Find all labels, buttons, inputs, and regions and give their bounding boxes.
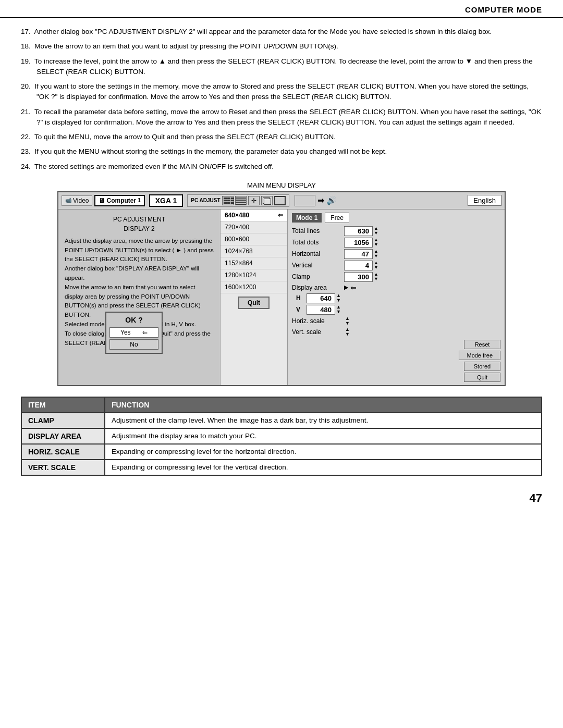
res-1024x768[interactable]: 1024×768 (221, 245, 287, 257)
res-640x480[interactable]: 640×480 ⇐ (221, 209, 287, 221)
instruction-22: 22. To quit the MENU, move the arrow to … (21, 132, 542, 142)
horizontal-row: Horizontal 47 ▲▼ (292, 249, 500, 259)
total-lines-label: Total lines (292, 227, 344, 235)
instruction-24: 24. The stored settings are memorized ev… (21, 162, 542, 172)
pc-adjustment-label: PC ADJUSTMENT DISPLAY 2 (65, 215, 214, 233)
clamp-function: Adjustment of the clamp level. When the … (105, 413, 542, 428)
instruction-18-num: 18. (21, 42, 31, 50)
table-header-item: ITEM (21, 397, 105, 413)
instruction-19-body: To increase the level, point the arrow t… (34, 57, 533, 76)
computer-num: 1 (138, 198, 141, 203)
res-800x600-label: 800×600 (225, 236, 249, 243)
arrow-icon: ➡ (317, 195, 324, 205)
english-button[interactable]: English (468, 195, 501, 206)
action-buttons: Reset Mode free Stored Quit (292, 340, 500, 382)
video-icon: 📹 (65, 198, 71, 203)
table-row-vert-scale: VERT. SCALE Expanding or compressing lev… (21, 460, 542, 475)
clamp-item: CLAMP (21, 413, 105, 428)
res-1600x1200[interactable]: 1600×1200 (221, 281, 287, 293)
horiz-scale-row: Horiz. scale ▲▼ (292, 316, 500, 326)
h-label: H (296, 294, 307, 302)
v-value: 480 (307, 305, 335, 315)
yes-arrow-icon: ⇐ (142, 329, 148, 336)
table-row-horiz-scale: HORIZ. SCALE Expanding or compressing le… (21, 444, 542, 460)
pc-adjust-section: PC ADJUST ✛ (187, 194, 289, 207)
screen-container: 📹 Video 🖥 Computer 1 XGA 1 PC ADJUST (57, 191, 506, 386)
stored-button[interactable]: Stored (464, 362, 500, 371)
mode-free-button[interactable]: Mode free (459, 351, 500, 360)
section-header: COMPUTER MODE (0, 0, 563, 18)
instruction-22-num: 22. (21, 133, 31, 141)
res-1280x1024[interactable]: 1280×1024 (221, 269, 287, 281)
instruction-20: 20. If you want to store the settings in… (21, 81, 542, 103)
total-dots-value: 1056 (344, 238, 373, 248)
horiz-scale-function: Expanding or compressing level for the h… (105, 444, 542, 460)
rect-icon (274, 196, 286, 205)
main-menu-display-label: MAIN MENU DISPLAY (21, 181, 542, 189)
instruction-24-body: The stored settings are memorized even i… (34, 163, 274, 170)
display-area-label: Display area (292, 284, 344, 291)
v-arrows[interactable]: ▲▼ (336, 305, 341, 314)
quit-right-button[interactable]: Quit (464, 373, 500, 382)
computer-label: Computer (106, 197, 136, 204)
instruction-23-num: 23. (21, 147, 31, 155)
horiz-scale-arrows[interactable]: ▲▼ (345, 316, 350, 326)
instruction-24-num: 24. (21, 163, 31, 170)
mode-label: Mode 1 (292, 213, 322, 223)
instructions-list: 17. Another dialog box "PC ADJUSTMENT DI… (21, 27, 542, 172)
instruction-18-body: Move the arrow to an item that you want … (34, 42, 338, 50)
vert-scale-arrows[interactable]: ▲▼ (345, 327, 350, 337)
instruction-17-text: 17. (21, 28, 31, 35)
res-640x480-label: 640×480 (225, 212, 249, 219)
horiz-scale-label: Horiz. scale (292, 317, 344, 325)
yes-button[interactable]: Yes ⇐ (109, 327, 158, 338)
vertical-label: Vertical (292, 262, 344, 269)
res-640x480-arrow: ⇐ (278, 212, 283, 219)
monitor-icon: 🖥 (99, 197, 105, 204)
no-button[interactable]: No (109, 339, 158, 350)
clamp-value: 300 (344, 272, 373, 282)
h-value: 640 (307, 293, 335, 303)
quit-button[interactable]: Quit (238, 297, 270, 309)
quit-btn-area: Quit (221, 293, 287, 312)
vert-scale-item: VERT. SCALE (21, 460, 105, 475)
horizontal-arrows[interactable]: ▲▼ (374, 249, 378, 258)
ok-dialog: OK ? Yes ⇐ No (105, 312, 163, 354)
res-1600x1200-label: 1600×1200 (225, 283, 256, 291)
instruction-21-num: 21. (21, 108, 31, 116)
h-arrows[interactable]: ▲▼ (336, 293, 341, 303)
instruction-19-num: 19. (21, 57, 31, 65)
instruction-17-body: Another dialog box "PC ADJUSTMENT DISPLA… (34, 28, 492, 35)
instruction-23: 23. If you quit the MENU without storing… (21, 146, 542, 157)
main-content: 17. Another dialog box "PC ADJUSTMENT DI… (0, 18, 563, 386)
table-header-function: FUNCTION (105, 397, 542, 413)
instruction-22-body: To quit the MENU, move the arrow to Quit… (34, 133, 336, 141)
video-label: Video (73, 197, 89, 204)
clamp-arrows[interactable]: ▲▼ (374, 272, 378, 281)
vert-scale-row: Vert. scale ▲▼ (292, 327, 500, 337)
clamp-label: Clamp (292, 273, 344, 280)
h-row: H 640 ▲▼ (292, 293, 500, 303)
total-dots-arrows[interactable]: ▲▼ (374, 238, 378, 247)
right-panel: Mode 1 Free Total lines 630 ▲▼ Total dot… (288, 209, 505, 385)
function-table: ITEM FUNCTION CLAMP Adjustment of the cl… (21, 397, 542, 476)
striped-icon (235, 196, 247, 205)
instruction-21-body: To recall the parameter data before sett… (34, 108, 541, 126)
arrow-cross-icon: ✛ (248, 196, 260, 205)
res-720x400[interactable]: 720×400 (221, 221, 287, 233)
video-button[interactable]: 📹 Video (62, 195, 92, 206)
vertical-value: 4 (344, 261, 373, 270)
spacer-rect1 (295, 195, 315, 206)
reset-button[interactable]: Reset (464, 340, 500, 349)
res-1152x864[interactable]: 1152×864 (221, 257, 287, 269)
display-area-item: DISPLAY AREA (21, 428, 105, 444)
vert-scale-label: Vert. scale (292, 328, 344, 336)
total-lines-arrows[interactable]: ▲▼ (374, 226, 378, 236)
mode-type: Free (325, 213, 349, 223)
vertical-arrows[interactable]: ▲▼ (374, 261, 378, 270)
computer-button[interactable]: 🖥 Computer 1 (94, 195, 144, 206)
copy-icon (261, 196, 273, 205)
res-800x600[interactable]: 800×600 (221, 233, 287, 245)
v-label: V (296, 306, 307, 313)
display-area-function: Adjustment the display area to match you… (105, 428, 542, 444)
